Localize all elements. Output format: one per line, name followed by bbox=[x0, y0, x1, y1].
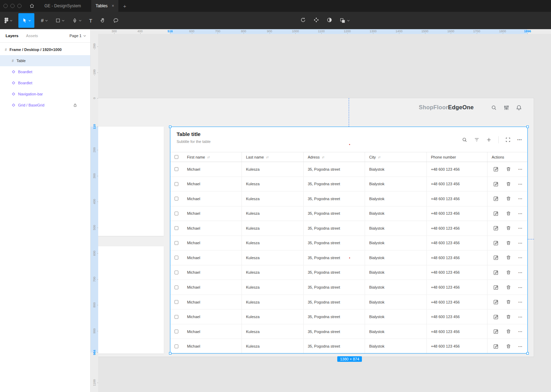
row-checkbox[interactable] bbox=[175, 182, 178, 186]
edit-icon[interactable] bbox=[493, 314, 499, 319]
table-row[interactable]: Michael Kulesza 35, Pogodna street Bialy… bbox=[170, 295, 528, 310]
row-checkbox[interactable] bbox=[175, 344, 178, 348]
layer-item-navigation-bar[interactable]: Navigation-bar bbox=[0, 88, 90, 100]
tab-layers[interactable]: Layers bbox=[6, 34, 18, 38]
delete-icon[interactable] bbox=[506, 196, 511, 201]
edit-icon[interactable] bbox=[493, 196, 499, 201]
more-options-icon[interactable]: ••• bbox=[517, 138, 522, 142]
lock-icon[interactable] bbox=[73, 103, 77, 107]
row-checkbox[interactable] bbox=[175, 256, 178, 259]
expand-icon[interactable] bbox=[505, 137, 511, 143]
delete-icon[interactable] bbox=[506, 211, 511, 216]
row-more-icon[interactable]: ••• bbox=[518, 242, 523, 244]
row-more-icon[interactable]: ••• bbox=[518, 286, 523, 289]
move-tool[interactable] bbox=[18, 13, 34, 28]
window-minimize-button[interactable] bbox=[10, 4, 15, 8]
settings-sliders-icon[interactable] bbox=[503, 105, 509, 111]
column-header-first-name[interactable]: First name↓↑ bbox=[183, 152, 241, 162]
row-checkbox[interactable] bbox=[175, 167, 178, 171]
new-tab-button[interactable]: + bbox=[123, 3, 126, 9]
row-checkbox[interactable] bbox=[175, 315, 178, 319]
tab-ge-designsystem[interactable]: GE - DesignSystem bbox=[44, 3, 81, 8]
edit-icon[interactable] bbox=[493, 299, 499, 305]
row-checkbox[interactable] bbox=[175, 271, 178, 274]
delete-icon[interactable] bbox=[506, 314, 511, 319]
tab-assets[interactable]: Assets bbox=[26, 34, 38, 38]
table-row[interactable]: Michael Kulesza 35, Pogodna street Bialy… bbox=[170, 177, 528, 192]
row-more-icon[interactable]: ••• bbox=[518, 227, 523, 229]
table-row[interactable]: Michael Kulesza 35, Pogodna street Bialy… bbox=[170, 191, 528, 206]
row-more-icon[interactable]: ••• bbox=[518, 345, 523, 348]
edit-icon[interactable] bbox=[493, 167, 499, 172]
column-header-phone-number[interactable]: Phone number bbox=[426, 152, 487, 162]
boardlet-card-1[interactable] bbox=[94, 127, 164, 236]
home-button[interactable] bbox=[29, 3, 35, 9]
delete-icon[interactable] bbox=[506, 285, 511, 290]
table-row[interactable]: Michael Kulesza 35, Pogodna street Bialy… bbox=[170, 236, 528, 251]
edit-icon[interactable] bbox=[493, 240, 499, 246]
layer-item-boardlet-2[interactable]: Boardlet bbox=[0, 77, 90, 88]
canvas[interactable]: ShopFloorEdgeOne Table title Subtitle fo… bbox=[91, 29, 551, 392]
edit-icon[interactable] bbox=[493, 344, 499, 349]
boolean-groups-button[interactable] bbox=[340, 18, 350, 24]
delete-icon[interactable] bbox=[506, 240, 511, 246]
row-more-icon[interactable]: ••• bbox=[518, 168, 523, 170]
window-close-button[interactable] bbox=[3, 4, 8, 8]
window-zoom-button[interactable] bbox=[17, 4, 22, 8]
table-row[interactable]: Michael Kulesza 35, Pogodna street Bialy… bbox=[170, 339, 528, 353]
row-more-icon[interactable]: ••• bbox=[518, 197, 523, 200]
main-menu-button[interactable] bbox=[1, 12, 16, 29]
table-row[interactable]: Michael Kulesza 35, Pogodna street Bialy… bbox=[170, 324, 528, 339]
table-component[interactable]: Table title Subtitle for the table ••• F… bbox=[170, 127, 528, 353]
filter-icon[interactable] bbox=[474, 137, 480, 143]
select-all-checkbox[interactable] bbox=[170, 152, 183, 162]
sort-icon[interactable]: ↓↑ bbox=[378, 155, 380, 159]
delete-icon[interactable] bbox=[506, 329, 511, 334]
boardlet-card-2[interactable] bbox=[94, 246, 164, 353]
table-row[interactable]: Michael Kulesza 35, Pogodna street Bialy… bbox=[170, 162, 528, 177]
hand-tool[interactable] bbox=[96, 12, 109, 29]
table-row[interactable]: Michael Kulesza 35, Pogodna street Bialy… bbox=[170, 206, 528, 221]
sort-icon[interactable]: ↓↑ bbox=[322, 155, 324, 159]
search-icon[interactable] bbox=[462, 137, 467, 143]
mask-button[interactable] bbox=[327, 17, 332, 24]
table-row[interactable]: Michael Kulesza 35, Pogodna street Bialy… bbox=[170, 265, 528, 280]
edit-icon[interactable] bbox=[493, 270, 499, 275]
frame-tool[interactable]: # bbox=[37, 12, 52, 29]
delete-icon[interactable] bbox=[506, 270, 511, 275]
column-header-city[interactable]: City↓↑ bbox=[365, 152, 426, 162]
shape-tool[interactable] bbox=[52, 12, 68, 29]
add-icon[interactable] bbox=[486, 137, 492, 143]
delete-icon[interactable] bbox=[506, 344, 511, 349]
delete-icon[interactable] bbox=[506, 181, 511, 187]
table-row[interactable]: Michael Kulesza 35, Pogodna street Bialy… bbox=[170, 309, 528, 324]
row-checkbox[interactable] bbox=[175, 286, 178, 289]
edit-object-button[interactable] bbox=[300, 17, 306, 24]
layer-item-boardlet-1[interactable]: Boardlet bbox=[0, 66, 90, 77]
row-checkbox[interactable] bbox=[175, 241, 178, 245]
row-more-icon[interactable]: ••• bbox=[518, 256, 523, 259]
search-icon[interactable] bbox=[491, 105, 497, 111]
row-checkbox[interactable] bbox=[175, 300, 178, 304]
sort-icon[interactable]: ↓↑ bbox=[207, 155, 210, 159]
row-more-icon[interactable]: ••• bbox=[518, 271, 523, 274]
bell-icon[interactable] bbox=[516, 105, 522, 111]
row-checkbox[interactable] bbox=[175, 212, 178, 215]
delete-icon[interactable] bbox=[506, 255, 511, 260]
layer-item-frame-desktop[interactable]: # Frame / Desktop / 1920×1000 bbox=[0, 44, 90, 55]
create-component-button[interactable] bbox=[313, 17, 319, 24]
column-header-adress[interactable]: Adress↓↑ bbox=[303, 152, 365, 162]
edit-icon[interactable] bbox=[493, 285, 499, 290]
delete-icon[interactable] bbox=[506, 299, 511, 305]
text-tool[interactable]: T bbox=[85, 12, 96, 29]
column-header-last-name[interactable]: Last name↓↑ bbox=[241, 152, 303, 162]
edit-icon[interactable] bbox=[493, 225, 499, 231]
page-selector[interactable]: Page 1 bbox=[69, 34, 86, 38]
table-row[interactable]: Michael Kulesza 35, Pogodna street Bialy… bbox=[170, 280, 528, 295]
edit-icon[interactable] bbox=[493, 211, 499, 216]
layer-item-grid-basegrid[interactable]: Grid / BaseGrid bbox=[0, 100, 90, 111]
edit-icon[interactable] bbox=[493, 329, 499, 334]
tab-tables[interactable]: Tables × bbox=[91, 0, 118, 12]
pen-tool[interactable] bbox=[68, 12, 85, 29]
close-tab-icon[interactable]: × bbox=[112, 4, 114, 8]
